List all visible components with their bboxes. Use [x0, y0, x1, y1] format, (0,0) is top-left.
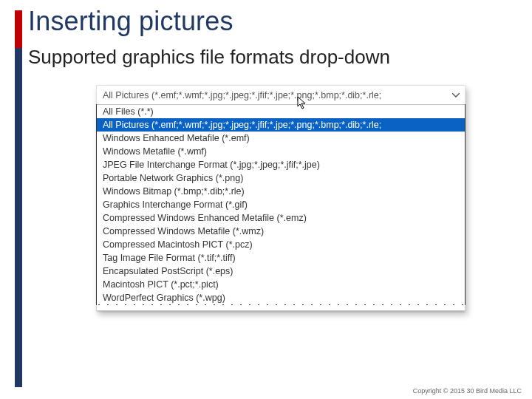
dropdown-item[interactable]: Tag Image File Format (*.tif;*.tiff) [97, 251, 465, 265]
dropdown-item[interactable]: Macintosh PICT (*.pct;*.pict) [97, 278, 465, 291]
slide-content: Inserting pictures Supported graphics fi… [28, 6, 523, 311]
copyright-footer: Copyright © 2015 30 Bird Media LLC [413, 387, 522, 395]
dropdown-item[interactable]: Compressed Windows Enhanced Metafile (*.… [97, 211, 465, 225]
dropdown-item[interactable]: Portable Network Graphics (*.png) [97, 171, 465, 185]
dropdown-item[interactable]: Graphics Interchange Format (*.gif) [97, 198, 465, 211]
dropdown-item[interactable]: All Files (*.*) [97, 105, 465, 118]
dropdown-item[interactable]: Windows Bitmap (*.bmp;*.dib;*.rle) [97, 185, 465, 198]
dropdown-item[interactable]: Compressed Macintosh PICT (*.pcz) [97, 238, 465, 251]
torn-edge-decoration [97, 304, 465, 310]
dropdown-item[interactable]: All Pictures (*.emf;*.wmf;*.jpg;*.jpeg;*… [97, 118, 465, 132]
dropdown-selected-text: All Pictures (*.emf;*.wmf;*.jpg;*.jpeg;*… [103, 90, 450, 100]
dropdown-item[interactable]: Encapsulated PostScript (*.eps) [97, 265, 465, 278]
page-title: Inserting pictures [28, 6, 523, 37]
dropdown-list[interactable]: All Files (*.*)All Pictures (*.emf;*.wmf… [96, 104, 466, 305]
chevron-down-icon[interactable] [450, 89, 462, 101]
dropdown-header[interactable]: All Pictures (*.emf;*.wmf;*.jpg;*.jpeg;*… [97, 86, 465, 105]
dropdown-item[interactable]: Windows Enhanced Metafile (*.emf) [97, 132, 465, 145]
dropdown-item[interactable]: WordPerfect Graphics (*.wpg) [97, 291, 465, 304]
page-subtitle: Supported graphics file formats drop-dow… [28, 46, 523, 69]
dropdown-item[interactable]: Windows Metafile (*.wmf) [97, 145, 465, 158]
file-format-dropdown[interactable]: All Pictures (*.emf;*.wmf;*.jpg;*.jpeg;*… [96, 85, 466, 311]
dropdown-item[interactable]: JPEG File Interchange Format (*.jpg;*.jp… [97, 158, 465, 171]
accent-bar [15, 10, 22, 387]
dropdown-item[interactable]: Compressed Windows Metafile (*.wmz) [97, 225, 465, 238]
